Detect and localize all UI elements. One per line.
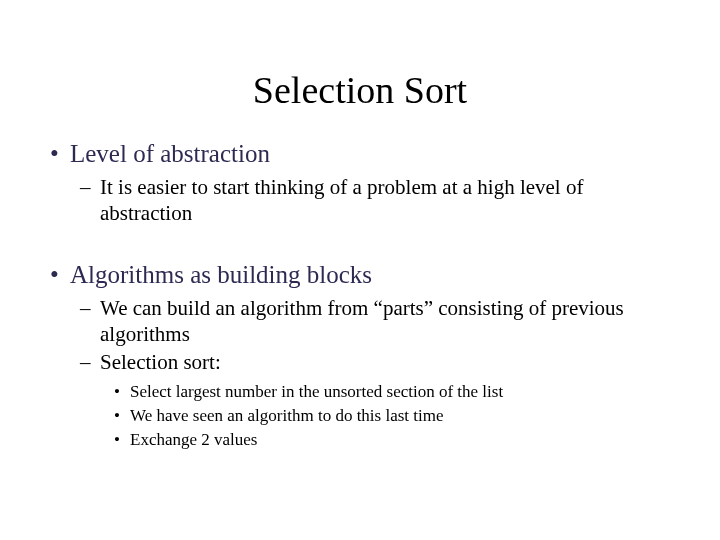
list-item: Level of abstraction It is easier to sta… — [70, 140, 660, 227]
bullet-list: Algorithms as building blocks We can bui… — [0, 261, 720, 453]
sub-list: It is easier to start thinking of a prob… — [70, 174, 660, 227]
list-item-label: We can build an algorithm from “parts” c… — [100, 296, 624, 346]
spacer — [0, 231, 720, 261]
list-item: We have seen an algorithm to do this las… — [130, 405, 660, 428]
list-item-label: Exchange 2 values — [130, 430, 257, 449]
list-item: Algorithms as building blocks We can bui… — [70, 261, 660, 453]
list-item-label: We have seen an algorithm to do this las… — [130, 406, 444, 425]
slide: Selection Sort Level of abstraction It i… — [0, 68, 720, 540]
bullet-list: Level of abstraction It is easier to sta… — [0, 140, 720, 227]
sub-list: We can build an algorithm from “parts” c… — [70, 295, 660, 453]
sub-sub-list: Select largest number in the unsorted se… — [100, 381, 660, 452]
list-item: It is easier to start thinking of a prob… — [100, 174, 660, 227]
slide-title: Selection Sort — [0, 68, 720, 112]
list-item: Exchange 2 values — [130, 429, 660, 452]
list-item: Selection sort: Select largest number in… — [100, 349, 660, 452]
list-item-label: Algorithms as building blocks — [70, 261, 372, 288]
list-item-label: Select largest number in the unsorted se… — [130, 382, 503, 401]
list-item-label: It is easier to start thinking of a prob… — [100, 175, 583, 225]
list-item-label: Level of abstraction — [70, 140, 270, 167]
list-item: Select largest number in the unsorted se… — [130, 381, 660, 404]
list-item-label: Selection sort: — [100, 350, 221, 374]
list-item: We can build an algorithm from “parts” c… — [100, 295, 660, 348]
